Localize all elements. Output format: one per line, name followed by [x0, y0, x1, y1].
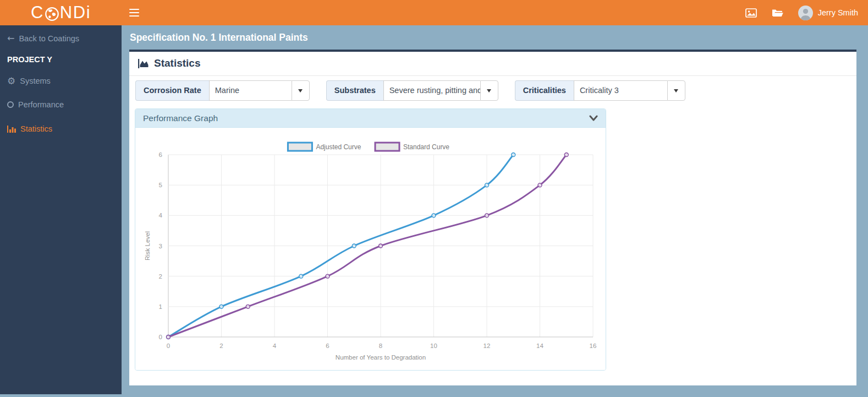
chevron-down-icon[interactable]: [589, 115, 598, 122]
filter-group-substrates: Substrates Severe rusting, pitting and c: [326, 80, 498, 101]
folder-open-icon[interactable]: [772, 8, 783, 17]
performance-chart: 02468101214160123456Number of Years to D…: [136, 130, 604, 367]
app-logo[interactable]: C NDi: [0, 3, 122, 23]
header-actions: Jerry Smith: [745, 6, 868, 20]
statistics-card: Statistics Corrosion Rate Marine Substra…: [129, 50, 856, 385]
filters-row: Corrosion Rate Marine Substrates Severe …: [129, 76, 856, 101]
person-icon: [798, 6, 813, 20]
caret-down-icon: [674, 89, 678, 93]
sidebar-item-label: Statistics: [20, 123, 52, 134]
svg-text:4: 4: [273, 342, 277, 349]
dropdown-button[interactable]: [292, 80, 310, 101]
svg-text:Adjusted Curve: Adjusted Curve: [316, 143, 361, 151]
criticalities-select[interactable]: Criticality 3: [574, 80, 667, 101]
svg-text:Risk Level: Risk Level: [144, 231, 151, 260]
svg-text:3: 3: [159, 243, 162, 249]
app-root: C NDi: [0, 0, 868, 397]
svg-text:14: 14: [536, 342, 543, 349]
circle-icon: [7, 101, 14, 108]
image-icon[interactable]: [745, 8, 757, 18]
panel-header[interactable]: Performance Graph: [135, 109, 606, 128]
back-link-label: Back to Coatings: [19, 33, 79, 44]
gear-icon: ⚙: [7, 77, 15, 86]
sidebar-item-performance[interactable]: Performance: [7, 99, 114, 110]
globe-icon: [45, 7, 59, 21]
main-content: Specification No. 1 International Paints…: [122, 25, 868, 397]
legend-item[interactable]: Adjusted Curve: [288, 143, 361, 151]
svg-text:6: 6: [159, 151, 162, 158]
svg-text:5: 5: [159, 182, 162, 188]
svg-text:2: 2: [159, 273, 162, 280]
svg-text:0: 0: [167, 342, 170, 349]
back-to-coatings-link[interactable]: ← Back to Coatings: [7, 33, 114, 44]
substrates-select[interactable]: Severe rusting, pitting and c: [383, 80, 480, 101]
caret-down-icon: [298, 89, 303, 93]
card-header: Statistics: [129, 52, 856, 76]
filter-label: Corrosion Rate: [135, 80, 209, 101]
svg-text:Number of Years to Degradation: Number of Years to Degradation: [336, 354, 426, 361]
performance-graph-panel: Performance Graph 02468101214160123456Nu…: [135, 108, 606, 371]
svg-text:12: 12: [484, 342, 491, 349]
panel-title: Performance Graph: [143, 113, 218, 123]
sidebar-item-statistics[interactable]: Statistics: [7, 123, 114, 134]
svg-text:4: 4: [159, 212, 163, 219]
dropdown-button[interactable]: [667, 80, 685, 101]
svg-text:6: 6: [326, 342, 329, 349]
user-name: Jerry Smith: [818, 8, 858, 17]
svg-text:0: 0: [159, 334, 162, 340]
corrosion-rate-select[interactable]: Marine: [209, 80, 292, 101]
caret-down-icon: [487, 89, 491, 93]
app-header: C NDi: [0, 0, 868, 25]
project-title: PROJECT Y: [7, 54, 114, 65]
svg-text:16: 16: [590, 342, 597, 349]
sidebar-item-systems[interactable]: ⚙ Systems: [7, 75, 114, 86]
hamburger-menu-icon[interactable]: [129, 9, 139, 17]
svg-text:1: 1: [159, 303, 162, 310]
area-chart-icon: [138, 58, 149, 69]
user-avatar: [798, 6, 813, 20]
sidebar: ← Back to Coatings PROJECT Y ⚙ Systems P…: [0, 25, 122, 394]
card-title: Statistics: [154, 57, 200, 69]
filter-label: Substrates: [326, 80, 383, 101]
svg-text:Standard Curve: Standard Curve: [403, 143, 449, 151]
filter-label: Criticalities: [515, 80, 574, 101]
dropdown-button[interactable]: [480, 80, 498, 101]
svg-text:2: 2: [219, 342, 223, 349]
svg-text:10: 10: [430, 342, 437, 349]
logo-text-prefix: C: [31, 3, 44, 23]
page-title: Specification No. 1 International Paints: [122, 25, 868, 50]
sidebar-item-label: Performance: [18, 99, 64, 110]
svg-text:8: 8: [379, 342, 382, 349]
bar-chart-icon: [7, 125, 16, 133]
sidebar-item-label: Systems: [20, 75, 51, 86]
filter-group-corrosion-rate: Corrosion Rate Marine: [135, 80, 310, 101]
logo-text-suffix: NDi: [60, 3, 91, 23]
user-menu[interactable]: Jerry Smith: [798, 6, 858, 20]
legend-item[interactable]: Standard Curve: [375, 143, 449, 151]
panel-body: 02468101214160123456Number of Years to D…: [135, 128, 606, 370]
arrow-left-icon: ←: [7, 34, 14, 43]
filter-group-criticalities: Criticalities Criticality 3: [515, 80, 685, 101]
